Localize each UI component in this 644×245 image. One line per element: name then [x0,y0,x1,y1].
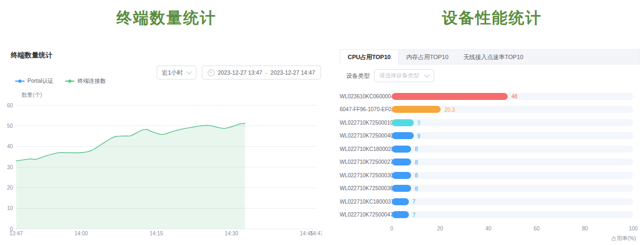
bar [392,106,441,113]
y-tick-label: 40 [7,143,13,149]
device-type-filter: 设备类型 请选择设备类型 [346,69,434,82]
x-tick-label: 14:15 [150,230,163,236]
bar-value-label: 8 [415,172,418,178]
bar-row: WL022710K7250004099 [340,129,640,143]
bar-value-label: 8 [415,159,418,165]
y-tick-label: 30 [7,164,13,170]
bar-value-label: 8 [415,146,418,152]
tab-wireless-ap-rate-top10[interactable]: 无线接入点速率TOP10 [456,50,531,64]
x-tick-label: 20 [437,226,443,232]
bar-track: 8 [392,146,633,153]
x-tick-label: 0 [390,226,393,232]
top10-tabs: CPU占用TOP10内存占用TOP10无线接入点速率TOP10 [340,49,640,64]
y-tick-label: 10 [7,205,13,211]
device-name: WL023610KC06000043 [340,93,387,99]
x-tick-label: 14:00 [75,230,88,236]
bar-track: 8 [392,158,633,165]
device-name: WL022710K725000369 [340,185,387,191]
y-tick-label: 20 [7,185,13,191]
bar-row: WL022710K7250003078 [340,169,640,182]
legend-marker-icon [65,79,75,83]
x-tick-label: 100 [629,226,638,232]
bar [392,119,414,126]
bar [392,211,409,218]
time-controls: 近1小时 2023-12-27 13:47 - 2023-12-27 14:47 [157,66,321,80]
bar [392,172,411,179]
x-tick-label: 80 [582,226,588,232]
bar-track: 7 [392,211,633,218]
bar-value-label: 7 [413,212,416,218]
date-range-start: 2023-12-27 13:47 [218,69,262,76]
legend-item-portal-auth[interactable]: Portal认证 [15,77,53,85]
bar-value-label: 48 [511,93,517,99]
date-range-separator: - [266,69,268,76]
bar-track: 8 [392,185,633,192]
y-tick-label: 50 [7,123,13,129]
bar-row: WL023610KC0600004348 [340,90,640,103]
device-name: WL022710K725000409 [340,133,387,139]
bar [392,185,411,192]
x-tick-label: 14:47 [310,230,322,236]
legend-item-terminal-connections[interactable]: 终端连接数 [65,77,106,85]
device-name: WL022710KC18000372 [340,199,387,205]
bar-track: 20.3 [392,106,633,113]
x-tick-label: 14:30 [225,230,238,236]
bar-row: WL022710K7250001029 [340,116,640,129]
bar [392,198,409,205]
device-name: 6047-FF96-1070-EF0A [340,106,387,112]
bar-row: WL022710K7250004707 [340,208,640,222]
x-tick-label: 60 [533,226,539,232]
bar-track: 48 [392,93,633,100]
terminal-stats-header: 终端数量统计 [0,8,333,29]
x-axis-unit-label: 占用率(%) [588,235,636,242]
bar-value-label: 9 [418,120,421,126]
bar-row: WL022710K7250003698 [340,182,640,196]
y-axis-name: 数量(个) [21,91,42,99]
time-range-select[interactable]: 近1小时 [157,66,196,80]
bar-row: WL022710K7250002728 [340,156,640,169]
device-performance-panel: 设备性能统计 CPU占用TOP10内存占用TOP10无线接入点速率TOP10 设… [340,0,644,245]
bar-value-label: 9 [418,133,421,139]
bar-track: 9 [392,132,633,139]
bar-value-label: 8 [415,185,418,191]
device-name: WL022710K725000272 [340,159,387,165]
y-tick-label: 60 [7,103,13,109]
bar-track: 7 [392,198,633,205]
bar-row: 6047-FF96-1070-EF0A20.3 [340,103,640,117]
chevron-down-icon [425,72,430,77]
legend-label: Portal认证 [27,77,53,85]
bar-row: WL022710KC180003727 [340,195,640,208]
bar-track: 8 [392,172,633,179]
legend-dot-icon [68,80,71,83]
clock-icon [208,69,215,76]
terminal-connections-line-chart: 010203040506013:4714:0014:1514:3014:4514… [4,100,322,245]
tab-cpu-top10[interactable]: CPU占用TOP10 [340,50,399,64]
x-tick-label: 40 [485,226,491,232]
device-name: WL022710K725000102 [340,120,387,126]
x-tick-label: 13:47 [9,230,23,236]
bar [392,158,411,165]
bar [392,132,414,139]
device-name: WL022710K725000470 [340,212,387,218]
legend-dot-icon [18,80,21,83]
legend-label: 终端连接数 [77,77,106,85]
device-type-select[interactable]: 请选择设备类型 [374,69,434,82]
tab-memory-top10[interactable]: 内存占用TOP10 [399,50,456,64]
device-name: WL022710K725000307 [340,172,387,178]
cpu-top10-bar-chart: WL023610KC06000043486047-FF96-1070-EF0A2… [340,90,640,221]
bar-row: WL022710KC180002808 [340,142,640,156]
device-type-label: 设备类型 [346,72,370,80]
chart-legend: Portal认证终端连接数 [15,77,106,85]
terminal-stats-panel: 终端数量统计 终端数量统计 近1小时 2023-12-27 13:47 - 20… [0,0,333,245]
chevron-down-icon [186,69,192,74]
bar-track: 9 [392,119,633,126]
bar [392,146,411,153]
legend-marker-icon [15,79,25,83]
device-stats-header: 设备性能统计 [340,8,644,29]
area-fill [16,124,245,229]
date-range-picker[interactable]: 2023-12-27 13:47 - 2023-12-27 14:47 [202,66,321,80]
device-name: WL022710KC18000280 [340,146,387,152]
bar-value-label: 7 [413,199,416,205]
date-range-end: 2023-12-27 14:47 [270,69,315,76]
bar-chart-x-axis: 020406080100 [340,226,640,233]
